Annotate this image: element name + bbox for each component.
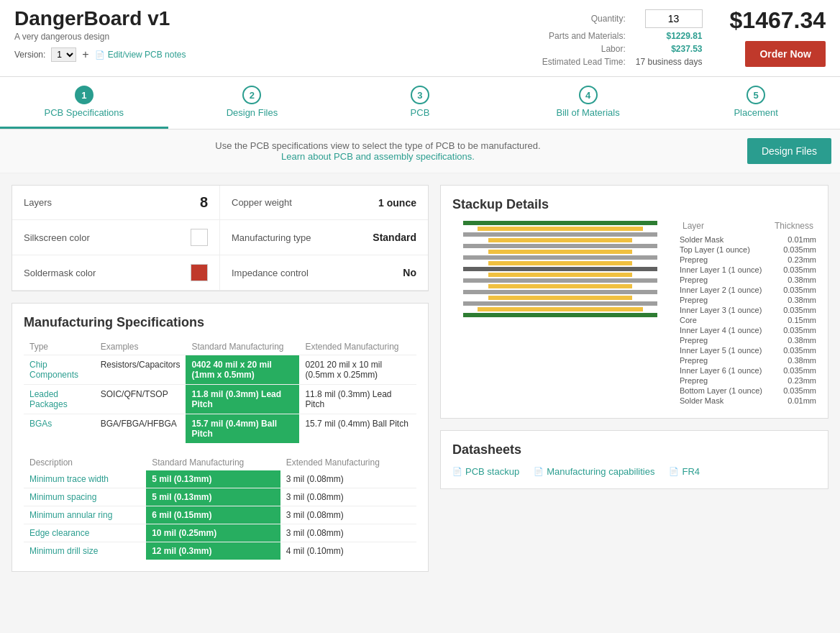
stackup-layer-row: Inner Layer 2 (1 ounce) 0.035mm xyxy=(680,286,816,294)
cell-desc: Minimum drill size xyxy=(24,542,146,560)
stackup-bar-row xyxy=(452,232,668,237)
layer-name: Prepreg xyxy=(680,255,708,264)
mfg-table-row: Leaded Packages SOIC/QFN/TSOP 11.8 mil (… xyxy=(24,385,416,414)
layer-name: Prepreg xyxy=(680,356,708,365)
copper-label: Copper weight xyxy=(232,197,292,208)
datasheet-link[interactable]: FR4 xyxy=(669,466,700,477)
datasheet-link[interactable]: PCB stackup xyxy=(452,466,519,477)
tab-num-5: 5 xyxy=(747,86,765,104)
stackup-layer-row: Core 0.15mm xyxy=(680,316,816,324)
col-extended: Extended Manufacturing xyxy=(299,339,416,355)
layer-name: Solder Mask xyxy=(680,396,723,405)
version-select[interactable]: 1 xyxy=(51,47,76,62)
tab-bill-of-materials[interactable]: 4 Bill of Materials xyxy=(504,77,672,129)
soldermask-color-swatch[interactable] xyxy=(191,264,208,281)
layer-thickness: 0.035mm xyxy=(783,286,816,294)
layer-name: Inner Layer 1 (1 ounce) xyxy=(680,265,762,274)
edit-notes-link[interactable]: Edit/view PCB notes xyxy=(95,50,186,60)
layer-thickness: 0.035mm xyxy=(783,245,816,254)
mfg-type-value: Standard xyxy=(373,232,416,243)
cell-desc: Minimum trace width xyxy=(24,470,146,488)
stackup-layer-row: Inner Layer 4 (1 ounce) 0.035mm xyxy=(680,326,816,334)
mfg-table-2: Description Standard Manufacturing Exten… xyxy=(24,455,416,560)
tab-placement[interactable]: 5 Placement xyxy=(672,77,840,129)
cell-extended: 0201 20 mil x 10 mil (0.5mm x 0.25mm) xyxy=(299,355,416,385)
impedance-label: Impedance control xyxy=(232,268,309,278)
parts-value: $1229.81 xyxy=(631,30,707,42)
stackup-info: Layer Thickness Solder Mask 0.01mm Top L… xyxy=(680,221,816,406)
tab-pcb[interactable]: 3 PCB xyxy=(336,77,504,129)
stackup-layer-row: Prepreg 0.38mm xyxy=(680,336,816,345)
header: DangerBoard v1 A very dangerous design V… xyxy=(0,0,840,77)
stackup-bar xyxy=(463,278,657,283)
quantity-input[interactable] xyxy=(645,9,703,28)
datasheet-link[interactable]: Manufacturing capabilities xyxy=(534,466,654,477)
layer-thickness: 0.035mm xyxy=(783,386,816,395)
desc-table-row: Minimum spacing 5 mil (0.13mm) 3 mil (0.… xyxy=(24,488,416,506)
desc-table-row: Edge clearance 10 mil (0.25mm) 3 mil (0.… xyxy=(24,524,416,542)
desc-table-row: Minimum drill size 12 mil (0.3mm) 4 mil … xyxy=(24,542,416,560)
total-price: $1467.34 xyxy=(730,7,826,34)
stackup-bar xyxy=(478,227,643,231)
stackup-bar xyxy=(463,313,657,317)
layer-name: Solder Mask xyxy=(680,235,723,244)
stackup-bar xyxy=(463,301,657,306)
stackup-bar xyxy=(463,255,657,260)
stackup-layer-row: Prepreg 0.38mm xyxy=(680,296,816,304)
layer-thickness: 0.035mm xyxy=(783,326,816,334)
silkscreen-color-swatch[interactable] xyxy=(191,229,208,246)
cell-type: BGAs xyxy=(24,414,95,444)
stackup-layer-row: Prepreg 0.23mm xyxy=(680,255,816,264)
mfg-type-label: Manufacturing type xyxy=(232,232,311,243)
tab-design-files[interactable]: 2 Design Files xyxy=(168,77,337,129)
layer-name: Inner Layer 4 (1 ounce) xyxy=(680,326,762,334)
right-panel: Stackup Details Layer Thickness Solder M… xyxy=(440,185,828,572)
layers-value: 8 xyxy=(200,194,208,211)
tab-num-4: 4 xyxy=(579,86,598,104)
layers-spec: Layers 8 xyxy=(12,186,220,220)
stackup-layer-row: Inner Layer 6 (1 ounce) 0.035mm xyxy=(680,366,816,375)
add-version-button[interactable]: + xyxy=(82,48,88,61)
layer-thickness: 0.38mm xyxy=(788,336,816,345)
stackup-bar-row xyxy=(452,221,668,225)
stackup-bar-row xyxy=(452,313,668,317)
mfg-type-spec: Manufacturing type Standard xyxy=(220,220,428,255)
datasheets-title: Datasheets xyxy=(452,442,816,457)
layer-name: Inner Layer 6 (1 ounce) xyxy=(680,366,762,375)
copper-value: 1 ounce xyxy=(378,197,416,209)
cell-std: 12 mil (0.3mm) xyxy=(146,542,280,560)
stackup-bar-row xyxy=(452,307,668,311)
cell-extended: 11.8 mil (0.3mm) Lead Pitch xyxy=(299,385,416,414)
layer-thickness: 0.01mm xyxy=(788,396,816,405)
learn-more-link[interactable]: Learn about PCB and assembly specificati… xyxy=(281,151,475,162)
cell-ext: 4 mil (0.10mm) xyxy=(280,542,416,560)
quantity-label: Quantity: xyxy=(538,9,630,29)
stackup-bar-row xyxy=(452,238,668,242)
labor-label: Labor: xyxy=(538,43,630,55)
stackup-bar xyxy=(488,296,632,300)
stackup-bar-row xyxy=(452,278,668,283)
layer-name: Core xyxy=(680,316,697,324)
stackup-bar-row xyxy=(452,290,668,294)
order-now-button[interactable]: Order Now xyxy=(745,41,826,67)
layer-name: Prepreg xyxy=(680,275,708,284)
soldermask-spec: Soldermask color xyxy=(12,255,220,291)
cell-examples: BGA/FBGA/HFBGA xyxy=(95,414,186,444)
cell-type: Leaded Packages xyxy=(24,385,95,414)
stackup-content: Layer Thickness Solder Mask 0.01mm Top L… xyxy=(452,221,816,406)
header-center: Quantity: Parts and Materials: $1229.81 … xyxy=(207,7,708,69)
col-examples: Examples xyxy=(95,339,186,355)
layer-name: Inner Layer 2 (1 ounce) xyxy=(680,286,762,294)
cell-standard: 0402 40 mil x 20 mil (1mm x 0.5mm) xyxy=(186,355,299,385)
stackup-layer-row: Inner Layer 3 (1 ounce) 0.035mm xyxy=(680,306,816,314)
stackup-card: Stackup Details Layer Thickness Solder M… xyxy=(440,185,828,419)
stackup-bar xyxy=(488,238,632,242)
datasheets-card: Datasheets PCB stackupManufacturing capa… xyxy=(440,430,828,489)
design-files-button[interactable]: Design Files xyxy=(747,138,831,164)
tab-pcb-specifications[interactable]: 1 PCB Specifications xyxy=(0,77,168,129)
stackup-layer-row: Top Layer (1 ounce) 0.035mm xyxy=(680,245,816,254)
main-content: Layers 8 Copper weight 1 ounce Silkscree… xyxy=(0,173,840,583)
soldermask-label: Soldermask color xyxy=(24,268,96,278)
stackup-bar-row xyxy=(452,227,668,231)
tab-label-2: Design Files xyxy=(227,107,278,118)
